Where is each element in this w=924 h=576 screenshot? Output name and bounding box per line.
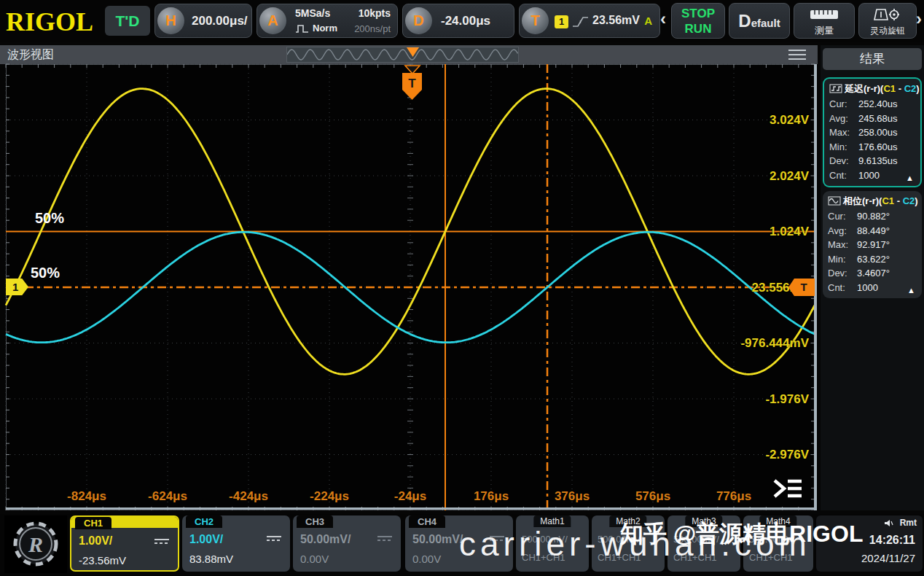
trigger-level: 23.56mV bbox=[592, 14, 640, 27]
channel-card-ch3[interactable]: CH3 50.00mV/ 0.00V bbox=[293, 515, 401, 572]
x-axis-label: -824μs bbox=[67, 489, 106, 504]
ch4-offset: 0.00V bbox=[412, 553, 441, 565]
ch4-scale: 50.00mV/ bbox=[412, 533, 463, 546]
results-title: 结果 bbox=[823, 48, 922, 70]
pulse-wave-icon bbox=[295, 23, 310, 36]
trigger-sweep-mode: A bbox=[644, 15, 652, 27]
flex-knob-button[interactable]: 灵动旋钮 bbox=[858, 3, 917, 39]
ch3-tab[interactable]: CH3 bbox=[297, 515, 333, 528]
measure-src1: C1 bbox=[883, 83, 896, 94]
x-axis-label: 176μs bbox=[474, 489, 509, 504]
acquire-key-icon[interactable]: A bbox=[259, 7, 286, 34]
memory-depth: 10kpts bbox=[359, 7, 391, 19]
speaker-icon bbox=[884, 518, 896, 528]
waveform-canvas bbox=[0, 45, 818, 510]
delay-key-icon[interactable]: D bbox=[405, 7, 432, 34]
x-axis-label: 776μs bbox=[716, 489, 751, 504]
x-axis-label: 576μs bbox=[635, 489, 670, 504]
horizontal-key-icon[interactable]: H bbox=[157, 7, 184, 34]
horizontal-settings-button[interactable]: H 200.00μs/ bbox=[154, 4, 252, 38]
x-axis-label: -624μs bbox=[148, 489, 187, 504]
y-axis-label: -1.976V bbox=[765, 392, 809, 407]
dc-coupling-icon bbox=[267, 536, 281, 541]
y-axis-label: 2.024V bbox=[770, 169, 809, 184]
measure-button[interactable]: 测量 bbox=[794, 3, 855, 39]
ch2-tab[interactable]: CH2 bbox=[186, 515, 222, 528]
delay-value: -24.00μs bbox=[441, 14, 490, 28]
collapse-icon[interactable]: ▲ bbox=[906, 171, 914, 186]
ch3-scale: 50.00mV/ bbox=[300, 533, 351, 546]
ch1-scale: 1.00V/ bbox=[79, 534, 112, 548]
measurement-card-phase[interactable]: 相位(r-r)(C1 - C2) Cur:90.882° Avg:88.449°… bbox=[823, 191, 922, 298]
y-axis-label: 1.024V bbox=[770, 225, 809, 239]
measure-src1: C1 bbox=[882, 195, 894, 206]
x-axis-label: 376μs bbox=[555, 489, 590, 504]
toolbar-nav-left-icon[interactable]: ‹ bbox=[660, 9, 666, 29]
collapse-icon[interactable]: ▲ bbox=[907, 284, 915, 298]
oscilloscope-screen: RIGOL T'D H 200.00μs/ A 5MSa/s 10kpts No… bbox=[0, 0, 924, 576]
measurement-card-delay[interactable]: 延迟(r-r)(C1 - C2) Cur:252.40us Avg:245.68… bbox=[823, 77, 922, 187]
stop-label: STOP bbox=[672, 6, 724, 21]
y-axis-label: 3.024V bbox=[770, 113, 809, 128]
trigger-status-badge: T'D bbox=[105, 6, 150, 36]
ch1-tab[interactable]: CH1 bbox=[75, 517, 111, 529]
measure-src2: C2 bbox=[904, 83, 917, 94]
horizontal-scrollbar[interactable] bbox=[6, 507, 815, 510]
x-axis-label: -224μs bbox=[310, 489, 349, 504]
delay-measure-icon bbox=[829, 84, 842, 96]
ch1-offset: -23.56mV bbox=[79, 554, 126, 567]
ch4-tab[interactable]: CH4 bbox=[409, 515, 445, 528]
channel-card-ch2[interactable]: CH2 1.00V/ 83.88mV bbox=[182, 515, 290, 572]
remote-label: Rmt bbox=[900, 518, 917, 528]
y-axis-label: -2.976V bbox=[765, 448, 809, 462]
run-label: RUN bbox=[672, 21, 724, 36]
sample-resolution: 200ns/pt bbox=[354, 23, 391, 34]
x-axis-label: -424μs bbox=[229, 489, 268, 504]
ch2-offset: 83.88mV bbox=[189, 553, 233, 565]
default-button[interactable]: Default bbox=[729, 3, 790, 39]
toolbar-nav-right-icon[interactable]: › bbox=[916, 9, 922, 29]
ch2-scale: 1.00V/ bbox=[189, 533, 223, 546]
delay-settings-button[interactable]: D -24.00μs bbox=[402, 4, 514, 38]
ruler-icon bbox=[810, 9, 839, 23]
plot-quick-menu-icon[interactable] bbox=[771, 477, 803, 500]
x-axis-label: -24μs bbox=[394, 489, 426, 504]
rigol-logo: RIGOL bbox=[6, 7, 93, 37]
results-panel: 结果 延迟(r-r)(C1 - C2) Cur:252.40us Avg:245… bbox=[821, 45, 924, 510]
ch3-offset: 0.00V bbox=[300, 553, 329, 565]
default-label-initial: D bbox=[738, 11, 751, 31]
measure-name: 延迟(r-r)( bbox=[845, 83, 883, 94]
fifty-percent-label-ch1: 50% bbox=[35, 210, 64, 227]
stop-run-button[interactable]: STOP RUN bbox=[671, 3, 725, 39]
timebase-value: 200.00μs/ bbox=[192, 14, 248, 28]
y-axis-label: -976.444mV bbox=[740, 336, 809, 351]
channel-card-ch1[interactable]: CH1 1.00V/ -23.56mV bbox=[70, 515, 179, 572]
measure-name: 相位(r-r)( bbox=[843, 195, 882, 206]
svg-text:R: R bbox=[28, 532, 43, 556]
dc-coupling-icon bbox=[154, 539, 169, 544]
trigger-settings-button[interactable]: T 1 23.56mV A bbox=[519, 4, 660, 38]
top-toolbar: RIGOL T'D H 200.00μs/ A 5MSa/s 10kpts No… bbox=[0, 0, 924, 42]
flex-knob-label: 灵动旋钮 bbox=[859, 25, 916, 37]
acq-mode: Norm bbox=[313, 23, 337, 34]
watermark-zhihu: 知乎 @普源精电RIGOL bbox=[620, 518, 863, 550]
dc-coupling-icon bbox=[377, 536, 392, 541]
clock-date: 2024/11/27 bbox=[861, 552, 915, 564]
acquisition-settings-button[interactable]: A 5MSa/s 10kpts Norm 200ns/pt bbox=[257, 4, 398, 38]
phase-measure-icon bbox=[828, 196, 841, 208]
measure-label: 测量 bbox=[794, 24, 854, 37]
rising-edge-icon bbox=[572, 15, 590, 32]
fifty-percent-label-ch2: 50% bbox=[31, 265, 60, 281]
trigger-source-badge: 1 bbox=[555, 15, 568, 28]
waveform-window: 波形视图 3.024V 2.024V 1.024V 23.556mV -976.… bbox=[0, 45, 818, 510]
knob-gear-icon bbox=[874, 8, 901, 24]
default-label-rest: efault bbox=[751, 17, 780, 29]
trigger-key-icon[interactable]: T bbox=[522, 7, 549, 34]
sample-rate: 5MSa/s bbox=[295, 7, 330, 19]
rigol-gear-logo[interactable]: R bbox=[4, 515, 67, 573]
measure-src2: C2 bbox=[903, 195, 915, 206]
clock-time: 14:26:11 bbox=[869, 534, 915, 547]
